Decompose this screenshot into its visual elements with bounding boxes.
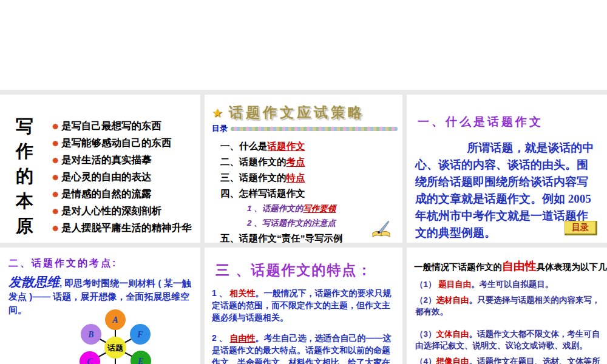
topic-center-node: 话题 [104, 337, 126, 359]
deck-title: 话题作文应试策略 [229, 103, 365, 122]
list-item-label: 是心灵的自由的表达 [61, 171, 152, 182]
topic-node-e: E [131, 351, 151, 364]
topic-node-f: F [130, 324, 151, 345]
list-item: ✺是对生活的真实描摹 [52, 152, 192, 169]
freedom-heading: 一般情况下话题作文的自由性具体表现为以下几点： [414, 258, 607, 274]
slide-title: 一、什么是话题作文 [418, 114, 607, 130]
star-icon: ★ [212, 106, 223, 120]
freedom-item-imagination: （4）想像自由。话题作文在题目、选材、文体等所赋予考生广泛的自由度也使考生有了更… [415, 356, 602, 364]
freedom-item-title: （1） 题目自由。考生可以自拟题目。 [415, 278, 602, 290]
bullet-list: ✺是写自己最想写的东西 ✺是写能够感动自己的东西 ✺是对生活的真实描摹 ✺是心灵… [52, 118, 192, 237]
title-row: ★ 话题作文应试策略 [212, 103, 402, 122]
toc-entry-what-is[interactable]: 一、什么是话题作文 [220, 138, 402, 154]
list-item-label: 是写能够感动自己的东西 [61, 137, 172, 148]
freedom-item-material: （2）选材自由。只要选择与话题相关的内容来写，都有效。 [415, 294, 602, 317]
svg-text:A: A [112, 315, 118, 325]
top-blank-area [0, 0, 607, 90]
slide-what-is-topic-composition[interactable]: 一、什么是话题作文 所谓话题，就是谈话的中心、谈话的内容、谈话的由头。围绕所给话… [407, 95, 607, 243]
list-item: ✺是心灵的自由的表达 [52, 169, 192, 186]
list-item: ✺是写能够感动自己的东西 [52, 135, 192, 152]
list-item: ✺是写自己最想写的东西 [52, 118, 192, 135]
slide-title: 三 、话题作文的特点： [215, 261, 402, 280]
svg-text:C: C [87, 357, 93, 364]
flower-bullet-icon: ✺ [52, 190, 58, 199]
list-item: ✺是情感的自然的流露 [52, 186, 192, 203]
topic-node-c: C [80, 351, 100, 364]
toc-entry-characteristics[interactable]: 三、话题作文的特点 [220, 170, 402, 186]
freedom-item-genre: （3）文体自由。话题作文大都不限文体，考生可自由选择记叙文、说明文、议论文或诗歌… [415, 328, 602, 351]
topic-node-b: B [81, 324, 101, 345]
svg-text:B: B [87, 330, 93, 339]
list-item-label: 是人摆脱平庸生活的精神升华 [61, 222, 192, 233]
toc-entry-how-to-write: 四、怎样写话题作文 [220, 186, 402, 201]
toc-label-row: 目录 [212, 123, 402, 134]
list-item-label: 是对人心性的深刻剖析 [61, 205, 161, 216]
flower-bullet-icon: ✺ [52, 157, 58, 165]
topic-node-a: A [105, 309, 126, 330]
back-to-toc-button[interactable]: 目录 [565, 221, 597, 235]
toc-label: 目录 [212, 123, 228, 134]
list-item: ✺是人摆脱平庸生活的精神升华 [52, 220, 192, 237]
slide-writing-essence[interactable]: 写作的本原 ✺是写自己最想写的东西 ✺是写能够感动自己的东西 ✺是对生活的真实描… [0, 95, 200, 243]
list-item: ✺是对人心性的深刻剖析 [52, 203, 192, 220]
point-freedom: 2 、 自由性。考生自己选，选适合自己的——这是话题作文的最大特点。话题作文和以… [212, 332, 395, 364]
list-item-label: 是情感的自然的流露 [61, 188, 152, 199]
topic-mindmap-diagram: A B F C E [0, 248, 200, 364]
toc-entry-exam-points[interactable]: 二、话题作文的考点 [220, 154, 402, 170]
flower-bullet-icon: ✺ [52, 123, 58, 131]
slide-exam-points[interactable]: 二、话题作文的考点: 发散思维, 即思考时围绕一则材料 ( 某一触发点 )—— … [0, 248, 200, 364]
toc-subentry-essentials[interactable]: 1 、话题作文的写作要领 [247, 201, 402, 216]
flower-bullet-icon: ✺ [52, 207, 58, 216]
svg-text:话题: 话题 [107, 343, 123, 352]
vertical-title: 写作的本原 [16, 114, 38, 238]
slide-strategy-toc[interactable]: ★ 话题作文应试策略 目录 一、什么是话题作文 二、话题作文的考点 三、话题作文… [205, 95, 402, 243]
slide-freedom-details[interactable]: 一般情况下话题作文的自由性具体表现为以下几点： （1） 题目自由。考生可以自拟题… [407, 248, 607, 364]
flower-divider [231, 127, 398, 131]
point-relevance: 1 、 相关性。一般情况下，话题作文的要求只规定话题的范围，而不限定作文的主题，… [212, 287, 395, 323]
list-item-label: 是写自己最想写的东西 [61, 120, 161, 131]
slide-sorter-page: 写作的本原 ✺是写自己最想写的东西 ✺是写能够感动自己的东西 ✺是对生活的真实描… [0, 0, 607, 364]
flower-bullet-icon: ✺ [52, 140, 58, 148]
svg-text:E: E [137, 357, 143, 364]
svg-text:F: F [137, 330, 143, 339]
slide-characteristics[interactable]: 三 、话题作文的特点： 1 、 相关性。一般情况下，话题作文的要求只规定话题的范… [205, 248, 402, 364]
quill-book-icon [370, 220, 393, 239]
flower-bullet-icon: ✺ [52, 174, 58, 182]
flower-bullet-icon: ✺ [52, 224, 58, 233]
list-item-label: 是对生活的真实描摹 [61, 154, 152, 165]
slide-grid: 写作的本原 ✺是写自己最想写的东西 ✺是写能够感动自己的东西 ✺是对生活的真实描… [0, 90, 607, 364]
